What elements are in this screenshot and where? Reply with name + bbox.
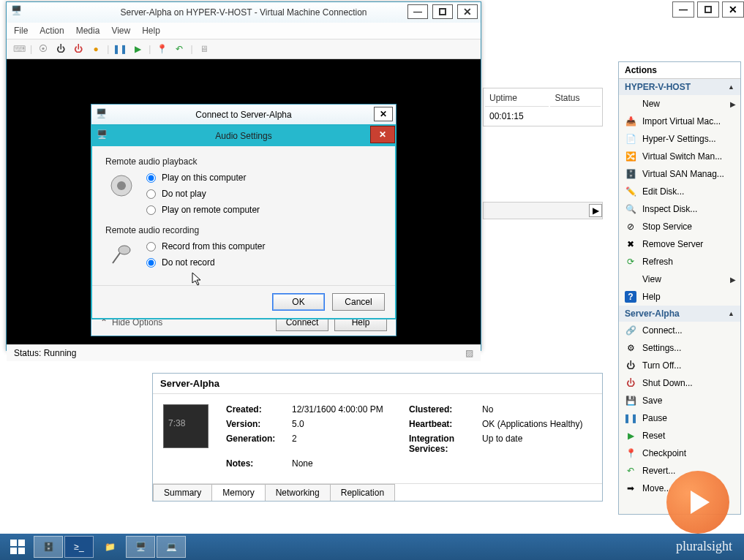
vm-list-hscroll[interactable]: ▶ [483, 202, 603, 219]
svg-point-2 [119, 246, 130, 254]
actions-pane: Actions HYPER-V-HOST▲ New▶ 📥Import Virtu… [618, 61, 741, 515]
tab-networking[interactable]: Networking [265, 484, 331, 501]
host-minimize-button[interactable]: — [672, 1, 694, 18]
revert-button[interactable]: ↶ [173, 42, 186, 56]
scroll-right-icon[interactable]: ▶ [589, 204, 602, 217]
actions-section-vm[interactable]: Server-Alpha▲ [619, 306, 740, 322]
taskbar-explorer[interactable]: 📁 [95, 536, 124, 558]
menu-help[interactable]: Help [142, 26, 160, 36]
vmc-close-button[interactable]: ✕ [457, 4, 478, 19]
radio-play-on-remote[interactable] [146, 205, 156, 215]
tab-summary[interactable]: Summary [153, 484, 212, 501]
audio-dialog-titlebar[interactable]: 🖥️ Audio Settings ✕ [92, 126, 395, 146]
action-shutdown[interactable]: ⏻Shut Down... [619, 374, 740, 392]
vm-thumbnail: 7:38 [163, 404, 208, 448]
action-virtual-san[interactable]: 🗄️Virtual SAN Manag... [619, 165, 740, 183]
pause-button[interactable]: ❚❚ [113, 42, 127, 56]
action-new[interactable]: New▶ [619, 95, 740, 113]
recording-group-label: Remote audio recording [105, 225, 382, 235]
import-icon: 📥 [625, 116, 636, 127]
value-created: 12/31/1600 4:00:00 PM [292, 404, 402, 415]
collapse-icon[interactable]: ▲ [728, 310, 734, 317]
mouse-cursor-icon [192, 272, 202, 287]
shutdown-icon: ⏻ [625, 377, 636, 389]
taskbar-server-manager[interactable]: 🗄️ [34, 536, 63, 558]
value-heartbeat: OK (Applications Healthy) [482, 419, 592, 429]
action-reset[interactable]: ▶Reset [619, 427, 740, 444]
ctrl-alt-del-button[interactable]: ⌨ [12, 42, 26, 56]
actions-section-host[interactable]: HYPER-V-HOST▲ [619, 79, 740, 95]
vmconnect-toolbar: ⌨ | ⦿ ⏻ ⏻ ● | ❚❚ ▶ | 📍 ↶ | 🖥 [7, 39, 481, 59]
shutdown-button[interactable]: ⏻ [72, 42, 85, 56]
action-virtual-switch[interactable]: 🔀Virtual Switch Man... [619, 148, 740, 165]
collapse-icon[interactable]: ▲ [728, 83, 734, 91]
vm-details-pane: Server-Alpha 7:38 Created: 12/31/1600 4:… [152, 373, 603, 502]
column-uptime[interactable]: Uptime [485, 90, 549, 107]
vmc-minimize-button[interactable]: — [407, 4, 428, 19]
brand-text: pluralsight [676, 539, 732, 554]
table-row[interactable]: 00:01:15 [485, 108, 601, 124]
save-button[interactable]: ● [89, 42, 102, 56]
gear-icon: ⚙ [625, 342, 636, 354]
start-button[interactable] [3, 536, 32, 558]
action-hyperv-settings[interactable]: 📄Hyper-V Settings... [619, 130, 740, 148]
column-status[interactable]: Status [550, 90, 601, 107]
tab-replication[interactable]: Replication [330, 484, 395, 501]
ok-button[interactable]: OK [272, 293, 325, 311]
host-maximize-button[interactable] [697, 1, 719, 18]
action-save[interactable]: 💾Save [619, 392, 740, 409]
action-help[interactable]: ?Help [619, 288, 740, 306]
checkpoint-button[interactable]: 📍 [155, 42, 168, 56]
save-icon: 💾 [625, 395, 636, 406]
menu-file[interactable]: File [14, 26, 28, 36]
start-button[interactable]: ⦿ [37, 42, 50, 56]
reset-button[interactable]: ▶ [131, 42, 144, 56]
action-edit-disk[interactable]: ✏️Edit Disk... [619, 183, 740, 200]
connect-icon: 🔗 [625, 325, 636, 336]
taskbar-hyperv-manager[interactable]: 🖥️ [126, 536, 155, 558]
action-refresh[interactable]: ⟳Refresh [619, 253, 740, 270]
label-heartbeat: Heartbeat: [409, 419, 475, 429]
action-stop-service[interactable]: ⊘Stop Service [619, 218, 740, 235]
action-connect[interactable]: 🔗Connect... [619, 322, 740, 339]
radio-record-from-this-computer[interactable] [146, 242, 156, 251]
taskbar-powershell[interactable]: ≥_ [64, 536, 94, 558]
action-turnoff[interactable]: ⏻Turn Off... [619, 357, 740, 374]
taskbar-vmconnect[interactable]: 💻 [157, 536, 186, 558]
action-remove-server[interactable]: ✖Remove Server [619, 235, 740, 253]
pluralsight-play-icon [666, 471, 729, 534]
radio-do-not-play[interactable] [146, 189, 156, 199]
action-checkpoint[interactable]: 📍Checkpoint [619, 444, 740, 462]
label-notes: Notes: [226, 458, 285, 469]
cancel-button[interactable]: Cancel [332, 293, 385, 311]
label-integration: Integration Services: [409, 434, 475, 454]
label-created: Created: [226, 404, 285, 415]
menu-action[interactable]: Action [40, 26, 64, 36]
action-import-vm[interactable]: 📥Import Virtual Mac... [619, 113, 740, 130]
host-close-button[interactable]: ✕ [722, 1, 744, 18]
radio-play-on-this-computer[interactable] [146, 173, 156, 183]
svg-rect-6 [10, 548, 17, 554]
vmconnect-statusbar: Status: Running ▨ [7, 344, 481, 361]
connect-dialog-close-button[interactable]: ✕ [374, 107, 393, 121]
tab-memory[interactable]: Memory [211, 484, 265, 501]
action-view[interactable]: View▶ [619, 270, 740, 288]
status-text: Status: Running [14, 348, 76, 358]
enhanced-session-button[interactable]: 🖥 [198, 42, 211, 56]
vmconnect-titlebar[interactable]: 🖥️ Server-Alpha on HYPER-V-HOST - Virtua… [7, 2, 481, 23]
connect-dialog-titlebar[interactable]: 🖥️ Connect to Server-Alpha ✕ [91, 105, 396, 125]
vmconnect-title-text: Server-Alpha on HYPER-V-HOST - Virtual M… [120, 7, 367, 18]
menu-view[interactable]: View [111, 26, 130, 36]
audio-dialog-icon: 🖥️ [97, 129, 108, 140]
action-pause[interactable]: ❚❚Pause [619, 409, 740, 427]
audio-dialog-close-button[interactable]: ✕ [370, 126, 395, 143]
svg-rect-4 [10, 540, 17, 546]
radio-do-not-record[interactable] [146, 258, 156, 268]
turnoff-button[interactable]: ⏻ [54, 42, 67, 56]
menu-media[interactable]: Media [76, 26, 100, 36]
action-inspect-disk[interactable]: 🔍Inspect Disk... [619, 200, 740, 218]
resize-grip-icon[interactable]: ▨ [465, 348, 473, 358]
action-settings[interactable]: ⚙Settings... [619, 339, 740, 357]
vmc-maximize-button[interactable] [432, 4, 453, 19]
value-version: 5.0 [292, 419, 402, 429]
